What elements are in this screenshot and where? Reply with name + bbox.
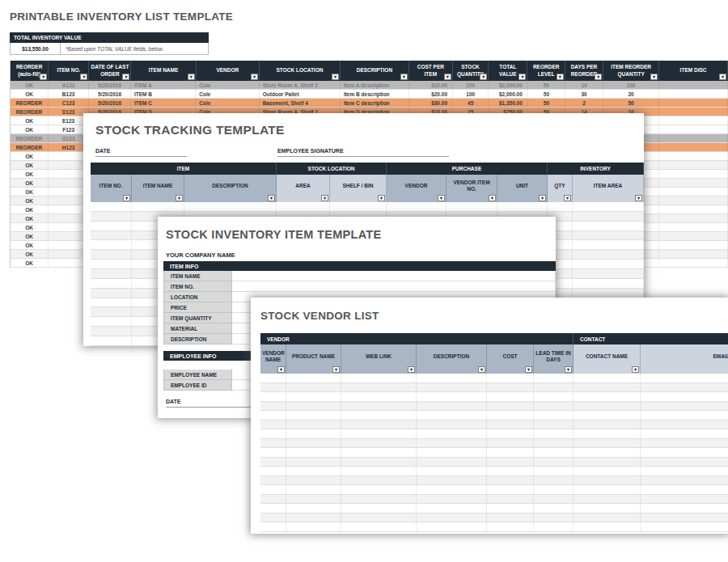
cell[interactable]: OK [11, 116, 49, 125]
cell[interactable] [574, 495, 641, 504]
cell[interactable]: Item B description [341, 90, 409, 98]
cell[interactable]: OK [11, 232, 49, 240]
cell[interactable] [286, 402, 341, 411]
cell[interactable] [341, 439, 417, 448]
cell[interactable] [487, 504, 534, 513]
cell[interactable] [417, 485, 487, 494]
cell[interactable]: 50 [528, 90, 565, 98]
cell[interactable] [641, 522, 728, 531]
cell[interactable] [641, 504, 728, 513]
cell[interactable] [487, 383, 534, 392]
cell[interactable]: 5/20/2016 [89, 99, 131, 107]
cell[interactable]: 50 [528, 81, 565, 89]
cell[interactable] [641, 374, 728, 382]
cell[interactable] [487, 495, 534, 504]
cell[interactable] [447, 202, 497, 211]
cell[interactable] [286, 522, 341, 531]
cell[interactable] [573, 202, 644, 211]
filter-button[interactable]: ▾ [188, 74, 195, 80]
cell[interactable] [417, 429, 487, 438]
cell[interactable]: OK [11, 214, 49, 222]
filter-button[interactable]: ▾ [518, 74, 526, 80]
cell[interactable] [659, 205, 728, 213]
filter-button[interactable]: ▾ [80, 74, 87, 80]
filter-button[interactable]: ▾ [332, 74, 339, 80]
cell[interactable]: OK [11, 205, 49, 213]
cell[interactable]: 50 [603, 99, 659, 107]
cell[interactable] [260, 467, 286, 475]
filter-button[interactable]: ▾ [565, 366, 572, 373]
cell[interactable]: ITEM B [131, 90, 196, 98]
cell[interactable] [659, 81, 728, 89]
cell[interactable] [487, 411, 534, 420]
filter-button[interactable]: ▾ [268, 195, 275, 201]
filter-button[interactable]: ▾ [539, 195, 546, 201]
cell[interactable] [574, 411, 641, 420]
cell[interactable] [659, 90, 728, 98]
cell[interactable]: $1,350.00 [489, 99, 527, 107]
cell[interactable] [534, 485, 574, 494]
cell[interactable] [417, 392, 487, 401]
field-value[interactable] [232, 271, 556, 281]
cell[interactable] [487, 374, 534, 382]
cell[interactable] [341, 458, 417, 467]
cell[interactable] [417, 374, 487, 382]
cell[interactable] [574, 504, 641, 513]
cell[interactable] [659, 223, 728, 231]
cell[interactable] [132, 202, 184, 211]
cell[interactable] [341, 467, 417, 475]
filter-button[interactable]: ▾ [438, 195, 445, 201]
cell[interactable] [641, 439, 728, 448]
cell[interactable] [641, 467, 728, 475]
cell[interactable] [417, 439, 487, 448]
cell[interactable] [286, 383, 341, 392]
cell[interactable] [548, 202, 573, 211]
filter-button[interactable]: ▾ [564, 195, 571, 201]
cell[interactable] [341, 476, 417, 485]
cell[interactable] [487, 458, 534, 467]
cell[interactable] [487, 439, 534, 448]
cell[interactable] [487, 485, 534, 494]
cell[interactable] [641, 383, 728, 392]
cell[interactable] [91, 289, 132, 298]
cell[interactable] [534, 383, 574, 392]
cell[interactable] [487, 513, 534, 522]
cell[interactable]: 20 [603, 90, 659, 98]
cell[interactable] [417, 458, 487, 467]
cell[interactable] [91, 222, 132, 230]
cell[interactable] [659, 259, 728, 267]
cell[interactable] [497, 202, 548, 211]
cell[interactable] [659, 250, 728, 258]
cell[interactable] [573, 279, 644, 288]
cell[interactable]: OK [11, 90, 49, 98]
cell[interactable] [641, 485, 728, 494]
cell[interactable] [341, 429, 417, 438]
cell[interactable] [417, 402, 487, 411]
cell[interactable] [91, 231, 132, 240]
cell[interactable] [91, 250, 132, 259]
cell[interactable] [534, 448, 574, 457]
cell[interactable] [286, 420, 341, 429]
cell[interactable] [534, 504, 574, 513]
filter-button[interactable]: ▾ [251, 74, 258, 80]
cell[interactable] [641, 420, 728, 429]
cell[interactable] [641, 429, 728, 438]
cell[interactable] [260, 522, 286, 531]
cell[interactable] [341, 495, 417, 504]
cell[interactable]: Basement, Shelf 4 [260, 99, 341, 107]
cell[interactable]: OK [11, 179, 49, 187]
cell[interactable]: Cole [196, 90, 259, 98]
cell[interactable] [260, 402, 286, 411]
cell[interactable] [341, 383, 417, 392]
filter-button[interactable]: ▾ [478, 366, 485, 373]
cell[interactable] [341, 374, 417, 382]
cell[interactable]: OK [11, 161, 49, 169]
cell[interactable]: OK [11, 125, 49, 133]
cell[interactable] [91, 307, 132, 316]
cell[interactable] [534, 495, 574, 504]
cell[interactable] [286, 439, 341, 448]
cell[interactable] [659, 125, 728, 133]
cell[interactable]: ITEM A [131, 81, 196, 89]
cell[interactable] [286, 392, 341, 401]
cell[interactable] [341, 402, 417, 411]
